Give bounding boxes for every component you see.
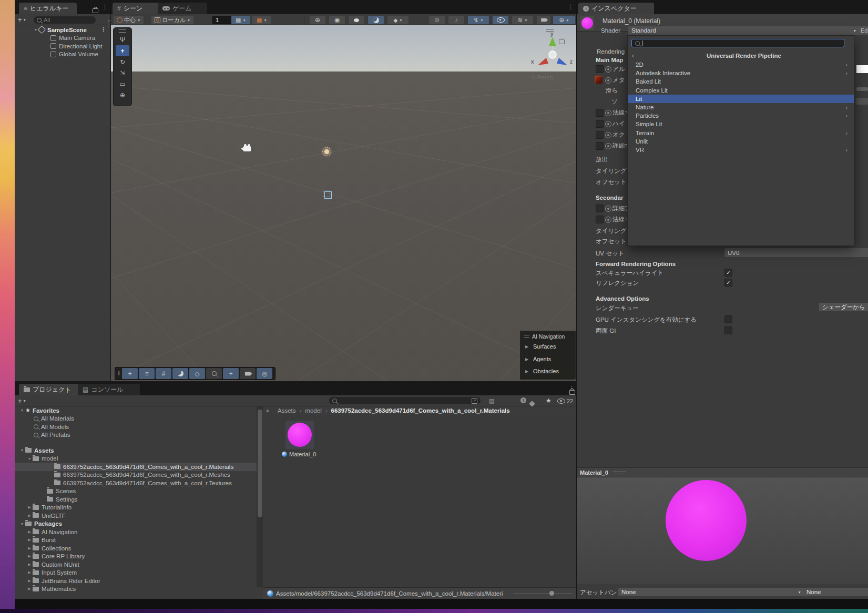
normal-checkbox[interactable] xyxy=(596,109,604,117)
caret-down-icon[interactable]: ▼ xyxy=(15,522,25,526)
nav-surfaces[interactable]: ▶ Surfaces xyxy=(524,343,576,350)
scene-search-button[interactable]: ⊕ ▼ xyxy=(553,16,575,24)
overlay-grid-button[interactable]: # xyxy=(156,368,171,379)
gizmo-lock-icon[interactable] xyxy=(559,39,565,44)
detail-albedo-picker-icon[interactable] xyxy=(605,206,611,212)
caret-right-icon[interactable]: ▶ xyxy=(15,563,33,567)
asset-import-icon[interactable]: ▤ xyxy=(489,397,494,404)
cube-gizmo[interactable] xyxy=(324,191,332,199)
overlay-center-button[interactable]: + xyxy=(223,368,239,379)
scrollbar-thumb[interactable] xyxy=(258,410,262,517)
tree-scenes[interactable]: Scenes xyxy=(15,487,257,496)
toolbar-drag-handle-icon[interactable]: ‖ xyxy=(118,371,120,376)
asset-bundle-dropdown[interactable]: None ▼ xyxy=(618,588,804,596)
scene-viewport[interactable]: Ψ + ↻ ⇲ ▭ ⊕ y x z < Persp AI Navigation … xyxy=(111,25,577,381)
caret-right-icon[interactable]: ▶ xyxy=(15,554,33,558)
scene-row-menu-icon[interactable]: ⋮ xyxy=(100,27,110,33)
uv-set-dropdown[interactable]: UV0 xyxy=(724,248,868,257)
caret-right-icon[interactable]: ▶ xyxy=(15,570,33,575)
detail-normal-checkbox[interactable] xyxy=(596,216,604,223)
effects-button[interactable]: ↯ ▼ xyxy=(468,16,489,24)
specular-checkbox[interactable]: ✓ xyxy=(724,269,732,277)
cloud-toggle-button[interactable] xyxy=(349,16,364,24)
source-dropdown-fragment[interactable] xyxy=(856,98,868,105)
tab-inspector[interactable]: i インスペクター xyxy=(578,3,654,14)
asset-variant-dropdown[interactable]: None xyxy=(803,588,868,596)
hierarchy-search-input[interactable]: All xyxy=(34,16,96,24)
tree-custom-nunit[interactable]: ▶Custom NUnit xyxy=(15,560,257,569)
project-search-input[interactable]: ↗ xyxy=(329,397,481,404)
breadcrumb-current[interactable]: 6639752acdcc_563d9d471d6f_Comes_with_a_c… xyxy=(331,407,510,414)
back-icon[interactable]: ‹ xyxy=(628,52,634,59)
tree-all-prefabs[interactable]: All Prefabs xyxy=(15,431,257,440)
scale-tool-button[interactable]: ⇲ xyxy=(116,67,129,78)
asset-label-row[interactable]: Material_0 xyxy=(282,451,316,457)
shader-option-lit[interactable]: Lit xyxy=(628,95,854,103)
caret-down-icon[interactable]: ▼ xyxy=(15,408,25,412)
detail-mask-picker-icon[interactable] xyxy=(605,143,611,149)
tree-assets[interactable]: ▼Assets xyxy=(15,446,257,455)
detail-albedo-checkbox[interactable] xyxy=(596,205,604,212)
shader-edit-button[interactable]: Ed xyxy=(859,26,868,35)
tree-packages[interactable]: ▼Packages xyxy=(15,520,257,528)
caret-right-icon[interactable]: ▶ xyxy=(15,587,33,591)
saved-search-star-icon[interactable]: ★ xyxy=(546,397,552,404)
tree-favorites[interactable]: ▼★Favorites xyxy=(15,406,257,415)
grid-size-field[interactable]: 1 xyxy=(212,16,231,24)
caret-down-icon[interactable]: ▼ xyxy=(15,448,25,452)
scene-menu-icon[interactable]: ⋮ xyxy=(568,4,574,10)
camera-settings-button[interactable] xyxy=(537,16,550,24)
project-add-button[interactable]: + ▼ xyxy=(18,397,26,405)
tree-all-models[interactable]: All Models xyxy=(15,423,257,431)
detail-mask-checkbox[interactable] xyxy=(596,142,604,150)
tree-ai-navigation[interactable]: ▶AI Navigation xyxy=(15,528,257,536)
warning-info-icon[interactable]: ! xyxy=(520,397,526,403)
debug-filter-button[interactable]: ◆ ▼ xyxy=(387,16,409,24)
shader-option-simple-lit[interactable]: Simple Lit xyxy=(628,120,854,128)
caret-right-icon[interactable]: ▶ xyxy=(15,505,33,509)
height-picker-icon[interactable] xyxy=(605,121,611,127)
caret-right-icon[interactable]: ▶ xyxy=(15,514,33,518)
double-gi-checkbox[interactable] xyxy=(724,326,732,334)
shader-option-vr[interactable]: VR› xyxy=(628,146,854,154)
tree-settings[interactable]: Settings xyxy=(15,495,257,504)
hierarchy-menu-icon[interactable]: ⋮ xyxy=(102,4,108,10)
rotate-tool-button[interactable]: ↻ xyxy=(116,56,129,67)
orientation-button[interactable]: ローカル ▼ xyxy=(151,16,193,24)
overlay-search-button[interactable] xyxy=(206,368,222,379)
tree-input-system[interactable]: ▶Input System xyxy=(15,569,257,577)
tree-tutorialinfo[interactable]: ▶TutorialInfo xyxy=(15,504,257,512)
shader-option-nature[interactable]: Nature› xyxy=(628,103,854,111)
tree-core-rp[interactable]: ▶Core RP Library xyxy=(15,553,257,561)
tab-console[interactable]: ▤ コンソール xyxy=(78,384,140,395)
shader-option-2d[interactable]: 2D› xyxy=(628,60,854,69)
overlay-navigation-button[interactable]: ◎ xyxy=(257,368,272,379)
lighting-toggle-button[interactable]: ◉ xyxy=(329,16,345,24)
tab-hierarchy[interactable]: ≡ ヒエラルキー xyxy=(19,3,77,14)
tree-row-directional-light[interactable]: Directional Light xyxy=(15,42,110,50)
move-tool-button[interactable]: + xyxy=(116,45,129,56)
tree-burst[interactable]: ▶Burst xyxy=(15,536,257,545)
gpu-instancing-checkbox[interactable] xyxy=(724,315,732,323)
metallic-picker-icon[interactable] xyxy=(605,77,611,84)
shader-option-unlit[interactable]: Unlit xyxy=(628,137,854,146)
overlay-properties-button[interactable]: ≡ xyxy=(139,368,155,379)
thumb-size-slider[interactable] xyxy=(514,593,573,594)
tree-row-scene[interactable]: ▼ SampleScene ⋮ xyxy=(15,26,110,34)
tree-materials-folder[interactable]: 6639752acdcc_563d9d471d6f_Comes_with_a_c… xyxy=(15,463,257,471)
hierarchy-add-button[interactable]: + ▼ xyxy=(18,16,26,24)
preview-drag-handle-icon[interactable] xyxy=(612,471,626,474)
tree-scrollbar[interactable] xyxy=(257,406,263,587)
search-pick-icon[interactable]: ↗ xyxy=(472,398,477,404)
albedo-color-swatch[interactable] xyxy=(856,65,868,73)
tree-collections[interactable]: ▶Collections xyxy=(15,544,257,553)
rect-tool-button[interactable]: ▭ xyxy=(116,78,129,89)
tree-mathematics[interactable]: ▶Mathematics xyxy=(15,585,257,594)
breadcrumb-model[interactable]: model xyxy=(305,407,321,414)
tree-all-materials[interactable]: All Materials xyxy=(15,415,257,423)
normal-picker-icon[interactable] xyxy=(605,110,611,116)
skybox-toggle-button[interactable] xyxy=(368,16,384,24)
caret-right-icon[interactable]: ▶ xyxy=(15,546,33,550)
shader-dropdown[interactable]: Standard ▼ xyxy=(628,26,860,35)
nav-agents[interactable]: ▶ Agents xyxy=(524,356,576,362)
